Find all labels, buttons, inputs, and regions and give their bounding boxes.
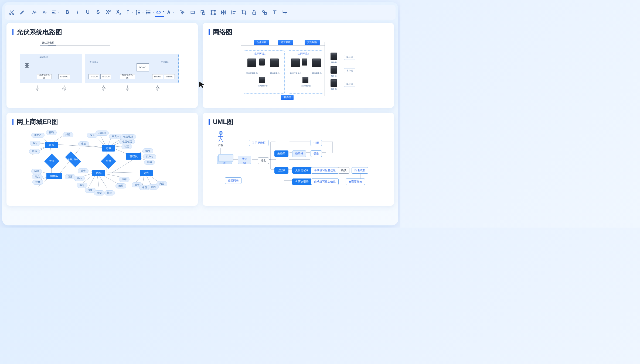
server-icon	[259, 59, 265, 66]
er-attr: 收货电话	[119, 139, 135, 144]
rect-icon[interactable]	[188, 8, 197, 17]
text-icon[interactable]	[270, 8, 279, 17]
er-attr: 编号	[77, 183, 87, 188]
server-label: 数据库服务器	[245, 72, 259, 75]
server-icon	[302, 77, 308, 83]
strikethrough-icon[interactable]: S	[93, 8, 103, 17]
uml-node: 某活动	[238, 156, 251, 164]
uml-node: 确认	[338, 167, 349, 174]
server-icon	[331, 66, 337, 74]
list-icon[interactable]	[145, 8, 154, 17]
circuit-node: SPD PV	[58, 74, 70, 79]
zone-label: 生产环境1	[254, 52, 265, 56]
flip-horizontal-icon[interactable]	[219, 8, 228, 17]
card-title: 光伏系统电路图	[12, 28, 192, 36]
bold-icon[interactable]: B	[63, 8, 72, 17]
er-attr: 用户名	[31, 133, 45, 138]
circuit-node: TFMOV	[164, 74, 175, 79]
font-decrease-icon[interactable]	[40, 8, 49, 17]
er-attr: 总金额	[96, 131, 109, 136]
line-height-icon[interactable]	[134, 8, 144, 17]
er-entity: 公告	[140, 170, 153, 176]
er-attr: 内容	[156, 181, 167, 186]
subscript-icon[interactable]: X2	[114, 8, 123, 17]
cut-icon[interactable]	[7, 8, 16, 17]
italic-icon[interactable]: I	[73, 8, 82, 17]
text-color-icon[interactable]	[124, 8, 134, 17]
er-attr: 邮箱	[144, 160, 155, 165]
uml-diagram-card[interactable]: UML图 访客 活动列表 某活动 返回列表 关闭登录框 未登录 登录框 登录 注…	[203, 113, 394, 206]
server-label: 服务器	[328, 61, 340, 64]
font-underline-icon[interactable]: A	[165, 8, 175, 17]
circuit-node: DC/AC	[137, 63, 149, 71]
server-icon	[331, 53, 337, 60]
er-attr: 描述	[104, 190, 115, 195]
uml-node-shadow	[218, 154, 233, 162]
circuit-node: TFMOV	[152, 74, 163, 79]
uml-node: 返回列表	[225, 177, 241, 184]
uml-node: 登录	[311, 150, 322, 157]
zone-label: 交流输出	[161, 61, 169, 64]
er-entity: 商品	[92, 170, 105, 176]
er-diagram-card[interactable]: 网上商城ER图 会员 订单 管理员 购物车 商品 公告 管理 收藏、评价 管理 …	[6, 113, 198, 206]
pointer-icon[interactable]	[178, 8, 187, 17]
server-label: 应用服务器	[256, 84, 270, 87]
brush-icon[interactable]	[17, 8, 27, 17]
network-diagram-card[interactable]: 网络图 企业体系 结算系统 其他制造 生产环境1 生产环境2 数据库服务器 网络…	[203, 23, 394, 108]
er-attr: 收货地址	[120, 134, 136, 139]
er-attr: 状态	[121, 144, 132, 149]
server-label: 应用服务器	[299, 84, 313, 87]
circuit-node: 电池管理系统	[37, 74, 52, 79]
underline-icon[interactable]: U	[83, 8, 93, 17]
er-attr: 用户名	[143, 154, 156, 159]
lock-icon[interactable]	[249, 8, 259, 17]
align-icon[interactable]	[50, 8, 60, 17]
uml-node: 已登录	[274, 167, 288, 174]
circuit-node: 控制管理系统	[120, 74, 135, 79]
server-icon	[302, 59, 307, 66]
er-entity: 购物车	[46, 173, 62, 179]
cursor-icon	[198, 81, 205, 88]
er-attr: 编号	[31, 169, 42, 174]
er-attr: 库存	[119, 177, 130, 182]
er-entity: 管理员	[126, 153, 141, 160]
connector-icon[interactable]	[280, 8, 290, 17]
net-node: 结算系统	[278, 40, 293, 45]
server-icon	[259, 77, 265, 83]
circuit-node: TFMOV	[100, 74, 111, 79]
uml-node: 关闭登录框	[249, 140, 268, 146]
superscript-icon[interactable]: X2	[104, 8, 113, 17]
er-attr: 生成	[78, 141, 89, 146]
font-increase-icon[interactable]	[30, 8, 39, 17]
er-attr: 电话	[29, 149, 40, 154]
server-label: 网络服务器	[310, 72, 324, 75]
card-title: 网络图	[209, 28, 388, 36]
bounding-box-icon[interactable]	[208, 8, 218, 17]
zone-label: 直流输入	[90, 61, 98, 64]
server-icon	[247, 59, 256, 67]
crop-icon[interactable]	[239, 8, 248, 17]
server-label: 服务器	[328, 88, 340, 91]
uml-node: 未登录	[274, 150, 288, 157]
server-icon	[270, 59, 279, 67]
zone-label: 储能系统	[39, 56, 48, 59]
er-attr: 编号	[78, 168, 88, 173]
card-title: 网上商城ER图	[12, 118, 192, 126]
group-icon[interactable]	[198, 8, 207, 17]
align-horizontal-icon[interactable]	[229, 8, 238, 17]
server-label: 服务器	[328, 75, 340, 77]
er-attr: 编号	[30, 141, 40, 146]
er-attr: 类型	[94, 190, 105, 195]
zone-label: 生产环境2	[298, 52, 309, 56]
canvas-area: 光伏系统电路图 光伏发电板 储能系统 直流输入 交流输出 DC/AC 电池管理系…	[5, 23, 396, 206]
server-label: 网络服务器	[268, 72, 281, 75]
uml-node: 有误要修改	[346, 178, 365, 185]
circuit-diagram-card[interactable]: 光伏系统电路图 光伏发电板 储能系统 直流输入 交流输出 DC/AC 电池管理系…	[6, 23, 198, 108]
er-attr: 密码	[46, 130, 57, 135]
shapes-icon[interactable]	[260, 8, 269, 17]
uml-node: 自动填写报名信息	[311, 178, 339, 185]
text-highlight-icon[interactable]: ab	[155, 8, 164, 17]
svg-point-4	[146, 13, 147, 14]
er-attr: 数量	[32, 180, 43, 185]
server-label: 数据库服务器	[289, 72, 302, 75]
